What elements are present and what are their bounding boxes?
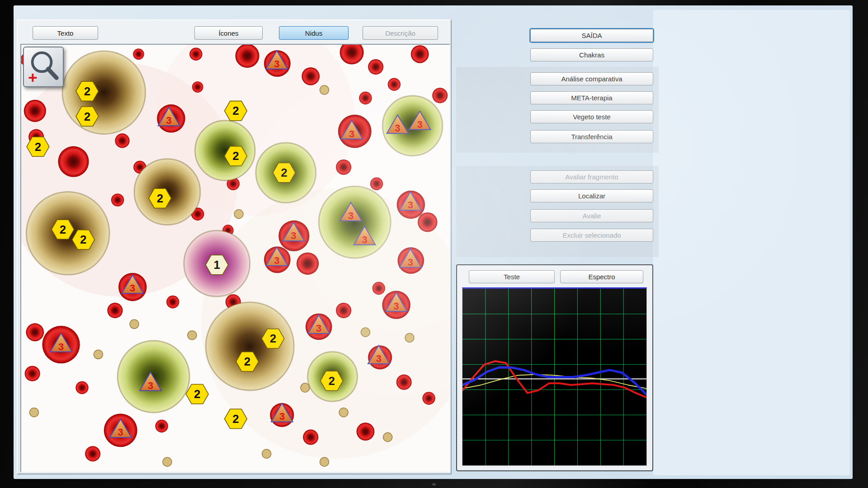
svg-text:3: 3: [166, 115, 172, 126]
svg-text:2: 2: [84, 85, 90, 98]
magnifier-plus-icon: +: [24, 47, 63, 86]
tab-icones[interactable]: Ícones: [194, 26, 263, 40]
app-screen: Texto Ícones Nidus Descrição: [14, 5, 853, 479]
svg-text:2: 2: [84, 110, 90, 123]
tab-espectro[interactable]: Espectro: [560, 270, 643, 283]
svg-text:3: 3: [118, 427, 123, 438]
svg-text:2: 2: [281, 166, 287, 179]
specimen-viewer-panel: Texto Ícones Nidus Descrição: [17, 19, 452, 474]
svg-text:2: 2: [328, 375, 335, 387]
meta-terapia-button[interactable]: META-terapia: [530, 91, 653, 104]
svg-text:2: 2: [232, 150, 239, 162]
graph-panel: Teste Espectro: [456, 264, 653, 471]
vegeto-teste-button[interactable]: Vegeto teste: [530, 110, 653, 123]
excluir-selecionado-button[interactable]: Excluir selecionado: [530, 229, 653, 242]
svg-text:3: 3: [348, 210, 354, 221]
svg-text:3: 3: [316, 323, 321, 334]
svg-text:2: 2: [60, 223, 66, 236]
transferencia-button[interactable]: Transferência: [530, 130, 653, 143]
svg-text:3: 3: [417, 119, 423, 130]
svg-text:3: 3: [349, 128, 354, 140]
svg-text:3: 3: [58, 341, 64, 352]
svg-text:3: 3: [376, 353, 382, 364]
svg-text:3: 3: [274, 255, 279, 266]
svg-text:3: 3: [408, 257, 413, 268]
svg-text:2: 2: [270, 332, 276, 345]
svg-text:3: 3: [148, 380, 153, 391]
tab-texto[interactable]: Texto: [33, 26, 98, 40]
svg-text:3: 3: [274, 58, 279, 70]
svg-text:2: 2: [194, 388, 200, 400]
right-background-panel: [653, 10, 850, 475]
chakras-button[interactable]: Chakras: [530, 48, 653, 61]
analise-comparativa-button[interactable]: Análise comparativa: [530, 72, 653, 85]
monitor-bezel: Texto Ícones Nidus Descrição: [0, 0, 868, 488]
specimen-image[interactable]: 2222222221222223333333333333333333 +: [20, 44, 450, 472]
svg-text:2: 2: [157, 192, 163, 205]
monitor-logo: [432, 483, 436, 486]
svg-text:3: 3: [408, 199, 413, 211]
avaliar-fragmento-button[interactable]: Avaliar fragmento: [530, 170, 653, 183]
svg-text:2: 2: [232, 413, 239, 425]
test-graph-svg: [462, 289, 646, 465]
svg-text:3: 3: [362, 234, 367, 245]
svg-text:2: 2: [244, 355, 250, 368]
saida-button[interactable]: SAÍDA: [530, 29, 653, 42]
tab-teste[interactable]: Teste: [469, 270, 555, 283]
svg-text:3: 3: [279, 411, 285, 422]
svg-text:2: 2: [232, 104, 239, 117]
svg-text:3: 3: [395, 122, 400, 134]
svg-text:3: 3: [130, 282, 135, 294]
svg-text:3: 3: [291, 230, 296, 241]
svg-text:3: 3: [393, 300, 399, 312]
svg-text:2: 2: [80, 233, 86, 246]
zoom-tool-button[interactable]: +: [23, 47, 64, 87]
avalie-button[interactable]: Avalie: [530, 209, 653, 222]
localizar-button[interactable]: Localizar: [530, 189, 653, 202]
svg-text:+: +: [28, 69, 37, 86]
svg-text:2: 2: [35, 141, 41, 153]
test-graph: [462, 287, 647, 466]
tab-nidus[interactable]: Nidus: [279, 26, 349, 40]
specimen-svg: 2222222221222223333333333333333333: [21, 45, 449, 471]
svg-text:1: 1: [214, 258, 220, 271]
tab-descricao[interactable]: Descrição: [363, 26, 438, 40]
